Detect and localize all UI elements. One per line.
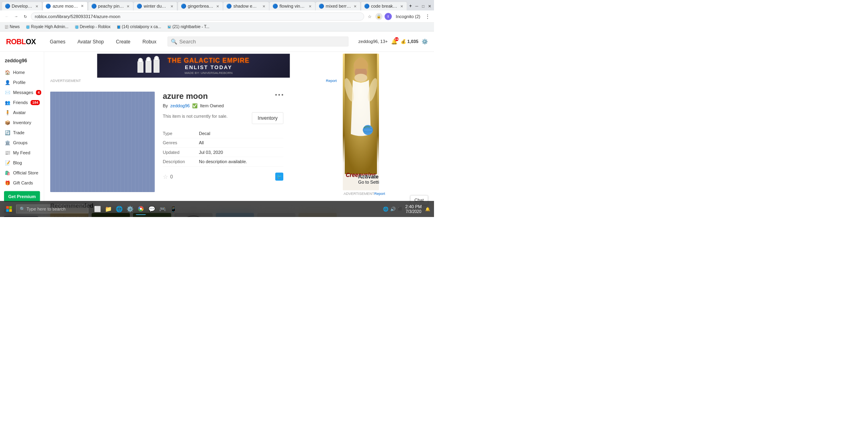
bookmark-develop[interactable]: 🌐 Develop - Roblox [73,24,112,30]
item-page-layout: THE GALACTIC EMPIRE ENLIST TODAY MADE BY… [44,52,387,217]
nav-avatar-shop[interactable]: Avatar Shop [76,37,106,46]
maximize-button[interactable]: □ [420,3,426,9]
search-input[interactable] [179,39,345,45]
tab-close-5[interactable]: ✕ [215,4,220,9]
nav-games[interactable]: Games [48,37,68,46]
tab-9[interactable]: 🔵 code breaker - Rob... ✕ [361,2,407,10]
taskbar-clock[interactable]: 2:40 PM 7/3/2020 [405,204,422,214]
inventory-button[interactable]: Inventory [252,113,283,124]
right-ad-report[interactable]: Report [374,192,385,196]
tab-7[interactable]: 🔵 flowing vines - Rob... ✕ [270,2,315,10]
sidebar-label-profile: Profile [13,80,26,85]
nav-robux[interactable]: Robux [141,37,159,46]
volume-icon[interactable]: 🔊 [390,207,396,212]
taskbar-app-edge[interactable]: 🌐 [114,203,124,215]
tab-4[interactable]: 🔵 winter dust - Robl... ✕ [134,2,178,10]
app-container: ROBLOX Games Avatar Shop Create Robux 🔍 … [0,32,434,217]
user-info: zeddog96, 13+ 🔔 24 💰 1,035 ⚙️ [358,39,428,45]
star-icon[interactable]: ☆ [163,173,168,180]
back-button[interactable]: ← [3,13,10,20]
bookmark-news[interactable]: 📰 News [3,24,21,30]
tab-close-2[interactable]: ✕ [80,4,85,9]
owned-badge: Item Owned [200,103,224,108]
tab-6[interactable]: 🔵 shadow empress - ... ✕ [223,2,269,10]
username-label: zeddog96, 13+ [358,39,388,44]
address-input[interactable] [31,12,364,20]
refresh-button[interactable]: ↻ [22,13,29,20]
tab-close-3[interactable]: ✕ [126,4,131,9]
incognito-button[interactable]: Incognito (2) [394,12,422,20]
taskbar-app-phone[interactable]: 📱 [168,203,178,215]
bookmark-star-icon[interactable]: ☆ [368,14,372,19]
item-owner-link[interactable]: zeddog96 [170,103,190,108]
sidebar-item-friends[interactable]: 👥 Friends 184 [0,98,44,108]
sidebar-item-messages[interactable]: ✉️ Messages 4 [0,88,44,98]
tab-title-3: peachy pink - Robl... [98,4,124,9]
bookmark-royale[interactable]: 🌐 Royale High Admin... [25,24,70,30]
get-premium-button[interactable]: Get Premium [4,191,40,202]
tab-3[interactable]: 🔵 peachy pink - Robl... ✕ [88,2,133,10]
tab-close-4[interactable]: ✕ [170,4,174,9]
tab-favicon-9: 🔵 [364,4,370,9]
twitter-share-button[interactable]: 🐦 [275,173,283,181]
extensions: 🔒 [375,13,383,20]
tab-close-6[interactable]: ✕ [262,4,266,9]
taskbar-time: 2:40 PM [405,204,422,209]
rating-section: ☆ 0 🐦 [163,173,283,181]
forward-button[interactable]: → [12,13,20,20]
bookmark-favicon-nightbarbie: 🐦 [168,25,171,29]
taskbar-app-discord[interactable]: 💬 [147,203,157,215]
notifications-area[interactable]: 🔔 [425,207,430,211]
detail-value-type: Decal [199,131,210,136]
bookmark-label-royale: Royale High Admin... [31,25,68,29]
tab-8[interactable]: 🔵 mixed berry - Robl... ✕ [316,2,361,10]
sidebar-item-gift-cards[interactable]: 🎁 Gift Cards [0,178,44,188]
new-tab-button[interactable]: + [407,2,414,10]
tab-title-9: code breaker - Rob... [371,4,398,9]
sidebar-item-official-store[interactable]: 🛍️ Official Store [0,168,44,178]
tab-favicon-5: 🔵 [181,4,186,9]
robux-icon[interactable]: 💰 1,035 [401,39,418,44]
close-button[interactable]: ✕ [427,3,432,9]
sidebar-item-profile[interactable]: 👤 Profile [0,78,44,88]
sidebar-item-inventory[interactable]: 📦 Inventory [0,118,44,128]
more-options-button[interactable]: ••• [275,92,283,98]
browser-menu-button[interactable]: ⋮ [424,12,431,20]
tab-close-1[interactable]: ✕ [35,4,39,9]
sidebar-item-trade[interactable]: 🔄 Trade [0,128,44,138]
extension-icon-1[interactable]: 🔒 [375,13,383,20]
svg-rect-64 [6,209,9,212]
sidebar-item-home[interactable]: 🏠 Home [0,68,44,78]
taskbar-app-task-view[interactable]: ⬜ [92,203,102,215]
sidebar-item-myfeed[interactable]: 📰 My Feed [0,148,44,158]
gift-cards-icon: 🎁 [5,180,10,186]
tab-close-8[interactable]: ✕ [353,4,358,9]
tab-close-7[interactable]: ✕ [308,4,313,9]
taskbar-app-settings[interactable]: ⚙️ [125,203,135,215]
network-icon[interactable]: 🌐 [383,207,389,212]
start-button[interactable] [4,204,14,214]
settings-icon[interactable]: ⚙️ [422,39,428,45]
taskbar-app-file-explorer[interactable]: 📁 [103,203,113,215]
minimize-button[interactable]: ─ [414,3,420,9]
taskbar-app-chrome[interactable] [136,203,146,215]
sidebar-item-blog[interactable]: 📝 Blog [0,158,44,168]
settings-taskbar-icon: ⚙️ [127,205,134,213]
notification-icon[interactable]: 🔔 24 [391,39,397,45]
bookmark-cristal[interactable]: 📘 (14) cristalpony x ca... [115,24,163,30]
tab-1[interactable]: 🔵 Develop - Roblox ✕ [2,2,42,10]
ad-report-link[interactable]: Report [326,79,337,83]
nav-create[interactable]: Create [114,37,133,46]
tab-2[interactable]: 🔵 azure moon - Robl... ✕ [43,2,88,10]
svg-point-67 [140,208,142,210]
sidebar-item-avatar[interactable]: 🧍 Avatar [0,108,44,118]
tab-5[interactable]: 🔵 gingerbread - Robl... ✕ [178,2,223,10]
tab-favicon-8: 🔵 [319,4,324,9]
profile-icon[interactable]: I [385,13,392,20]
bookmark-nightbarbie[interactable]: 🐦 (21) nightbarbie - T... [166,24,211,30]
tab-close-9[interactable]: ✕ [399,4,404,9]
taskbar-app-roblox[interactable]: 🎮 [158,203,168,215]
sidebar-item-groups[interactable]: 🏛️ Groups [0,138,44,148]
tab-title-1: Develop - Roblox [12,4,33,9]
taskbar-search-bar[interactable]: 🔍 Type here to search [16,205,88,213]
